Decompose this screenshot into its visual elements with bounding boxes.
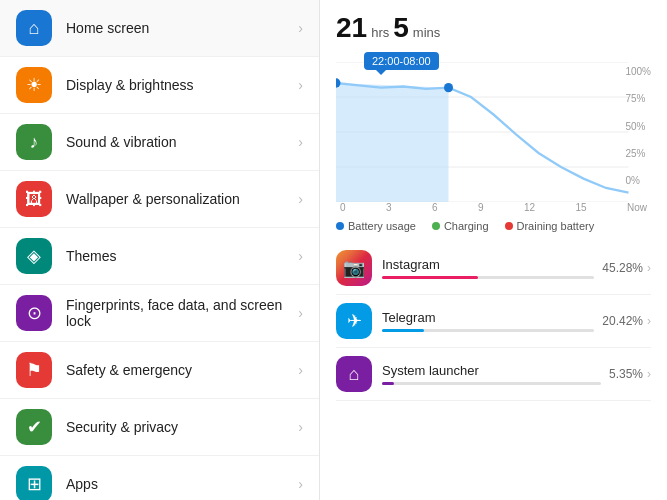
menu-item-safety[interactable]: ⚑Safety & emergency›: [0, 342, 319, 399]
sound-vibration-icon: ♪: [16, 124, 52, 160]
menu-item-sound-vibration[interactable]: ♪Sound & vibration›: [0, 114, 319, 171]
chart-legend: Battery usage Charging Draining battery: [336, 220, 651, 232]
wallpaper-label: Wallpaper & personalization: [66, 191, 298, 207]
battery-time-header: 21 hrs 5 mins: [336, 12, 651, 44]
apps-label: Apps: [66, 476, 298, 492]
security-privacy-label: Security & privacy: [66, 419, 298, 435]
telegram-icon: ✈: [336, 303, 372, 339]
menu-item-apps[interactable]: ⊞Apps›: [0, 456, 319, 500]
system-launcher-name: System launcher: [382, 363, 601, 378]
display-brightness-icon: ☀: [16, 67, 52, 103]
fingerprints-chevron: ›: [298, 305, 303, 321]
instagram-bar-bg: [382, 276, 594, 279]
display-brightness-label: Display & brightness: [66, 77, 298, 93]
system-launcher-bar-bg: [382, 382, 601, 385]
instagram-icon: 📷: [336, 250, 372, 286]
menu-item-display-brightness[interactable]: ☀Display & brightness›: [0, 57, 319, 114]
mins-label: mins: [413, 25, 440, 40]
instagram-bar-fill: [382, 276, 478, 279]
svg-marker-5: [336, 83, 449, 202]
instagram-name: Instagram: [382, 257, 594, 272]
app-item-instagram[interactable]: 📷Instagram45.28%›: [336, 242, 651, 295]
fingerprints-icon: ⊙: [16, 295, 52, 331]
hours-label: hrs: [371, 25, 389, 40]
home-screen-label: Home screen: [66, 20, 298, 36]
legend-battery-usage: Battery usage: [336, 220, 416, 232]
system-launcher-info: System launcher: [382, 363, 601, 385]
sound-vibration-label: Sound & vibration: [66, 134, 298, 150]
safety-chevron: ›: [298, 362, 303, 378]
telegram-pct: 20.42%: [602, 314, 643, 328]
y-axis-labels: 100% 75% 50% 25% 0%: [625, 66, 651, 186]
instagram-chevron: ›: [647, 261, 651, 275]
sound-vibration-chevron: ›: [298, 134, 303, 150]
instagram-info: Instagram: [382, 257, 594, 279]
x-axis-labels: 0 3 6 9 12 15 Now: [336, 202, 651, 213]
chart-tooltip: 22:00-08:00: [364, 52, 439, 70]
menu-item-security-privacy[interactable]: ✔Security & privacy›: [0, 399, 319, 456]
svg-point-7: [444, 83, 453, 92]
telegram-bar-bg: [382, 329, 594, 332]
telegram-info: Telegram: [382, 310, 594, 332]
safety-icon: ⚑: [16, 352, 52, 388]
fingerprints-label: Fingerprints, face data, and screen lock: [66, 297, 298, 329]
security-privacy-icon: ✔: [16, 409, 52, 445]
app-list: 📷Instagram45.28%›✈Telegram20.42%›⌂System…: [336, 242, 651, 401]
apps-chevron: ›: [298, 476, 303, 492]
system-launcher-bar-fill: [382, 382, 394, 385]
telegram-name: Telegram: [382, 310, 594, 325]
legend-battery-usage-dot: [336, 222, 344, 230]
wallpaper-icon: 🖼: [16, 181, 52, 217]
menu-item-wallpaper[interactable]: 🖼Wallpaper & personalization›: [0, 171, 319, 228]
legend-charging-dot: [432, 222, 440, 230]
app-item-system-launcher[interactable]: ⌂System launcher5.35%›: [336, 348, 651, 401]
battery-mins: 5: [393, 12, 409, 44]
menu-item-home-screen[interactable]: ⌂Home screen›: [0, 0, 319, 57]
legend-draining-dot: [505, 222, 513, 230]
battery-hours: 21: [336, 12, 367, 44]
telegram-bar-fill: [382, 329, 424, 332]
menu-item-themes[interactable]: ◈Themes›: [0, 228, 319, 285]
app-item-telegram[interactable]: ✈Telegram20.42%›: [336, 295, 651, 348]
home-screen-chevron: ›: [298, 20, 303, 36]
telegram-chevron: ›: [647, 314, 651, 328]
left-panel: ⌂Home screen›☀Display & brightness›♪Soun…: [0, 0, 320, 500]
wallpaper-chevron: ›: [298, 191, 303, 207]
battery-svg: [336, 62, 651, 202]
safety-label: Safety & emergency: [66, 362, 298, 378]
right-panel: 21 hrs 5 mins 22:00-08:00 100% 75% 50% 2…: [320, 0, 667, 500]
display-brightness-chevron: ›: [298, 77, 303, 93]
themes-icon: ◈: [16, 238, 52, 274]
legend-draining-label: Draining battery: [517, 220, 595, 232]
home-screen-icon: ⌂: [16, 10, 52, 46]
security-privacy-chevron: ›: [298, 419, 303, 435]
system-launcher-chevron: ›: [647, 367, 651, 381]
battery-chart: 22:00-08:00 100% 75% 50% 25% 0% 0: [336, 52, 651, 212]
menu-item-fingerprints[interactable]: ⊙Fingerprints, face data, and screen loc…: [0, 285, 319, 342]
themes-label: Themes: [66, 248, 298, 264]
themes-chevron: ›: [298, 248, 303, 264]
legend-draining: Draining battery: [505, 220, 595, 232]
legend-charging-label: Charging: [444, 220, 489, 232]
system-launcher-icon: ⌂: [336, 356, 372, 392]
legend-charging: Charging: [432, 220, 489, 232]
legend-battery-usage-label: Battery usage: [348, 220, 416, 232]
instagram-pct: 45.28%: [602, 261, 643, 275]
system-launcher-pct: 5.35%: [609, 367, 643, 381]
apps-icon: ⊞: [16, 466, 52, 500]
